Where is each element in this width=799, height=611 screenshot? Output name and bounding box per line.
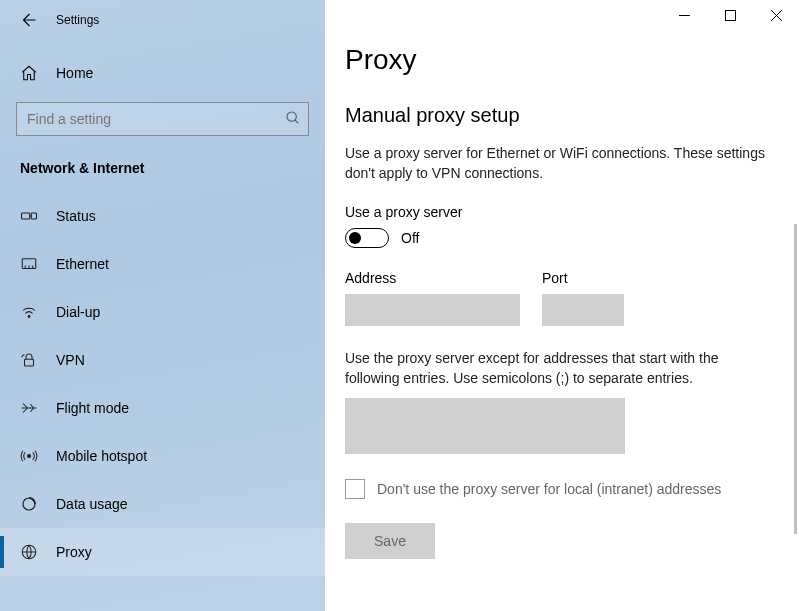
nav-label-ethernet: Ethernet xyxy=(56,256,109,272)
content: Proxy Manual proxy setup Use a proxy ser… xyxy=(325,0,799,559)
toggle-state: Off xyxy=(401,230,419,246)
sidebar-item-mobilehotspot[interactable]: Mobile hotspot xyxy=(0,432,325,480)
search-container xyxy=(16,102,309,136)
save-button[interactable]: Save xyxy=(345,523,435,559)
minimize-button[interactable] xyxy=(661,0,707,30)
manual-description: Use a proxy server for Ethernet or WiFi … xyxy=(345,143,771,184)
svg-rect-2 xyxy=(31,213,36,219)
manual-heading: Manual proxy setup xyxy=(345,104,771,127)
sidebar-item-datausage[interactable]: Data usage xyxy=(0,480,325,528)
titlebar-left: Settings xyxy=(0,0,325,40)
search-icon[interactable] xyxy=(285,110,301,129)
nav-label-flightmode: Flight mode xyxy=(56,400,129,416)
home-icon xyxy=(20,64,38,82)
window-controls xyxy=(661,0,799,30)
nav-label-datausage: Data usage xyxy=(56,496,128,512)
sidebar-item-vpn[interactable]: VPN xyxy=(0,336,325,384)
toggle-knob xyxy=(349,232,361,244)
close-button[interactable] xyxy=(753,0,799,30)
port-input[interactable] xyxy=(542,294,624,326)
app-title: Settings xyxy=(56,13,99,27)
section-label: Network & Internet xyxy=(0,154,325,192)
use-proxy-toggle[interactable] xyxy=(345,228,389,248)
page-title: Proxy xyxy=(345,44,771,76)
svg-rect-5 xyxy=(25,359,34,366)
scrollbar-thumb[interactable] xyxy=(794,224,797,534)
address-input[interactable] xyxy=(345,294,520,326)
svg-rect-9 xyxy=(725,10,735,20)
main-area: Proxy Manual proxy setup Use a proxy ser… xyxy=(325,0,799,611)
data-usage-icon xyxy=(20,495,38,513)
nav-label-dialup: Dial-up xyxy=(56,304,100,320)
status-icon xyxy=(20,207,38,225)
nav-label-vpn: VPN xyxy=(56,352,85,368)
back-button[interactable] xyxy=(18,10,38,30)
port-label: Port xyxy=(542,270,624,286)
dialup-icon xyxy=(20,303,38,321)
local-bypass-checkbox[interactable] xyxy=(345,479,365,499)
globe-icon xyxy=(20,543,38,561)
exceptions-textarea[interactable] xyxy=(345,398,625,454)
sidebar: Settings Home Network & Internet Status xyxy=(0,0,325,611)
sidebar-item-flightmode[interactable]: Flight mode xyxy=(0,384,325,432)
sidebar-item-ethernet[interactable]: Ethernet xyxy=(0,240,325,288)
nav-label-status: Status xyxy=(56,208,96,224)
airplane-icon xyxy=(20,399,38,417)
svg-point-0 xyxy=(287,112,296,121)
sidebar-item-home[interactable]: Home xyxy=(0,54,325,92)
svg-point-4 xyxy=(28,316,30,318)
maximize-button[interactable] xyxy=(707,0,753,30)
local-bypass-label: Don't use the proxy server for local (in… xyxy=(377,481,721,497)
sidebar-item-dialup[interactable]: Dial-up xyxy=(0,288,325,336)
address-label: Address xyxy=(345,270,520,286)
hotspot-icon xyxy=(20,447,38,465)
search-input[interactable] xyxy=(16,102,309,136)
sidebar-item-proxy[interactable]: Proxy xyxy=(0,528,325,576)
svg-rect-1 xyxy=(22,213,30,219)
ethernet-icon xyxy=(20,255,38,273)
use-proxy-label: Use a proxy server xyxy=(345,204,771,220)
exceptions-description: Use the proxy server except for addresse… xyxy=(345,348,771,389)
nav-label-proxy: Proxy xyxy=(56,544,92,560)
sidebar-item-status[interactable]: Status xyxy=(0,192,325,240)
home-label: Home xyxy=(56,65,93,81)
vpn-icon xyxy=(20,351,38,369)
svg-point-6 xyxy=(28,455,31,458)
nav-label-mobilehotspot: Mobile hotspot xyxy=(56,448,147,464)
